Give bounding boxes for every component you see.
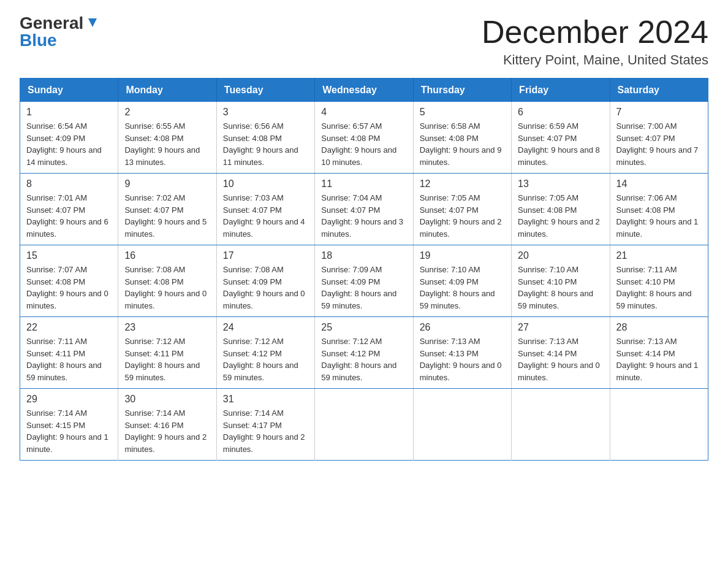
daylight-label: Daylight: 9 hours and 1 minute.	[616, 217, 699, 239]
calendar-cell: 5 Sunrise: 6:58 AM Sunset: 4:08 PM Dayli…	[413, 102, 511, 174]
sunrise-label: Sunrise: 7:14 AM	[124, 408, 185, 418]
calendar-cell: 12 Sunrise: 7:05 AM Sunset: 4:07 PM Dayl…	[413, 174, 511, 245]
sunrise-label: Sunrise: 7:13 AM	[616, 337, 677, 346]
sunrise-label: Sunrise: 6:56 AM	[223, 121, 284, 131]
day-number: 3	[223, 107, 308, 118]
title-block: December 2024 Kittery Point, Maine, Unit…	[482, 15, 708, 68]
day-number: 1	[26, 107, 112, 118]
calendar-week-row-1: 1 Sunrise: 6:54 AM Sunset: 4:09 PM Dayli…	[20, 102, 708, 174]
day-info: Sunrise: 7:03 AM Sunset: 4:07 PM Dayligh…	[223, 192, 308, 240]
calendar-header-saturday: Saturday	[610, 79, 708, 102]
calendar-cell: 26 Sunrise: 7:13 AM Sunset: 4:13 PM Dayl…	[413, 317, 511, 389]
day-info: Sunrise: 6:55 AM Sunset: 4:08 PM Dayligh…	[124, 120, 210, 168]
sunset-label: Sunset: 4:12 PM	[223, 349, 282, 358]
sunrise-label: Sunrise: 7:09 AM	[321, 265, 382, 274]
daylight-label: Daylight: 9 hours and 3 minutes.	[321, 217, 403, 239]
daylight-label: Daylight: 8 hours and 59 minutes.	[124, 361, 200, 382]
sunset-label: Sunset: 4:07 PM	[223, 205, 282, 215]
day-info: Sunrise: 7:04 AM Sunset: 4:07 PM Dayligh…	[321, 192, 406, 240]
daylight-label: Daylight: 9 hours and 11 minutes.	[223, 145, 298, 167]
day-number: 14	[616, 178, 702, 190]
sunset-label: Sunset: 4:15 PM	[26, 421, 85, 430]
sunrise-label: Sunrise: 7:06 AM	[616, 193, 677, 202]
daylight-label: Daylight: 8 hours and 59 minutes.	[420, 289, 495, 310]
sunset-label: Sunset: 4:11 PM	[26, 349, 85, 358]
day-number: 16	[124, 250, 210, 261]
day-info: Sunrise: 7:05 AM Sunset: 4:08 PM Dayligh…	[518, 192, 603, 240]
daylight-label: Daylight: 9 hours and 8 minutes.	[518, 145, 600, 167]
calendar-cell: 1 Sunrise: 6:54 AM Sunset: 4:09 PM Dayli…	[20, 102, 118, 174]
day-number: 13	[518, 178, 603, 190]
day-number: 12	[420, 178, 505, 190]
day-number: 27	[518, 322, 603, 333]
sunset-label: Sunset: 4:07 PM	[321, 205, 380, 215]
calendar-cell: 6 Sunrise: 6:59 AM Sunset: 4:07 PM Dayli…	[512, 102, 610, 174]
calendar-header-wednesday: Wednesday	[315, 79, 413, 102]
daylight-label: Daylight: 9 hours and 14 minutes.	[26, 145, 102, 167]
sunrise-label: Sunrise: 7:08 AM	[223, 265, 284, 274]
day-number: 24	[223, 322, 308, 333]
day-number: 17	[223, 250, 308, 261]
daylight-label: Daylight: 9 hours and 6 minutes.	[26, 217, 108, 239]
day-info: Sunrise: 7:00 AM Sunset: 4:07 PM Dayligh…	[616, 120, 702, 168]
sunset-label: Sunset: 4:08 PM	[420, 134, 479, 143]
day-info: Sunrise: 7:12 AM Sunset: 4:11 PM Dayligh…	[124, 335, 210, 383]
calendar-cell: 9 Sunrise: 7:02 AM Sunset: 4:07 PM Dayli…	[118, 174, 216, 245]
day-info: Sunrise: 7:11 AM Sunset: 4:11 PM Dayligh…	[26, 335, 112, 383]
calendar-header-tuesday: Tuesday	[216, 79, 314, 102]
day-info: Sunrise: 7:12 AM Sunset: 4:12 PM Dayligh…	[321, 335, 406, 383]
day-number: 20	[518, 250, 603, 261]
sunset-label: Sunset: 4:08 PM	[321, 134, 380, 143]
day-info: Sunrise: 6:54 AM Sunset: 4:09 PM Dayligh…	[26, 120, 112, 168]
sunset-label: Sunset: 4:07 PM	[124, 205, 183, 215]
daylight-label: Daylight: 8 hours and 59 minutes.	[321, 361, 396, 382]
sunset-label: Sunset: 4:08 PM	[124, 134, 183, 143]
day-info: Sunrise: 7:11 AM Sunset: 4:10 PM Dayligh…	[616, 264, 702, 312]
sunset-label: Sunset: 4:17 PM	[223, 421, 282, 430]
sunrise-label: Sunrise: 7:10 AM	[518, 265, 578, 274]
day-number: 7	[616, 107, 702, 118]
day-info: Sunrise: 7:13 AM Sunset: 4:14 PM Dayligh…	[518, 335, 603, 383]
daylight-label: Daylight: 9 hours and 0 minutes.	[420, 361, 502, 382]
sunrise-label: Sunrise: 7:14 AM	[26, 408, 87, 418]
sunset-label: Sunset: 4:14 PM	[616, 349, 675, 358]
day-info: Sunrise: 6:56 AM Sunset: 4:08 PM Dayligh…	[223, 120, 308, 168]
sunrise-label: Sunrise: 6:59 AM	[518, 121, 578, 131]
day-info: Sunrise: 7:05 AM Sunset: 4:07 PM Dayligh…	[420, 192, 505, 240]
day-info: Sunrise: 7:08 AM Sunset: 4:09 PM Dayligh…	[223, 264, 308, 312]
calendar-cell: 4 Sunrise: 6:57 AM Sunset: 4:08 PM Dayli…	[315, 102, 413, 174]
calendar-cell: 19 Sunrise: 7:10 AM Sunset: 4:09 PM Dayl…	[413, 245, 511, 317]
daylight-label: Daylight: 9 hours and 13 minutes.	[124, 145, 200, 167]
calendar-cell: 30 Sunrise: 7:14 AM Sunset: 4:16 PM Dayl…	[118, 389, 216, 461]
day-info: Sunrise: 7:13 AM Sunset: 4:14 PM Dayligh…	[616, 335, 702, 383]
calendar-header-row: SundayMondayTuesdayWednesdayThursdayFrid…	[20, 79, 708, 102]
day-number: 21	[616, 250, 702, 261]
location-subtitle: Kittery Point, Maine, United States	[482, 52, 708, 68]
calendar-cell: 8 Sunrise: 7:01 AM Sunset: 4:07 PM Dayli…	[20, 174, 118, 245]
day-number: 15	[26, 250, 112, 261]
daylight-label: Daylight: 9 hours and 2 minutes.	[420, 217, 502, 239]
sunrise-label: Sunrise: 7:12 AM	[321, 337, 382, 346]
calendar-cell: 18 Sunrise: 7:09 AM Sunset: 4:09 PM Dayl…	[315, 245, 413, 317]
day-info: Sunrise: 6:59 AM Sunset: 4:07 PM Dayligh…	[518, 120, 603, 168]
sunset-label: Sunset: 4:10 PM	[616, 277, 675, 286]
sunset-label: Sunset: 4:08 PM	[124, 277, 183, 286]
day-number: 5	[420, 107, 505, 118]
calendar-cell	[413, 389, 511, 461]
sunset-label: Sunset: 4:07 PM	[616, 134, 675, 143]
sunset-label: Sunset: 4:09 PM	[420, 277, 479, 286]
sunrise-label: Sunrise: 7:05 AM	[518, 193, 578, 202]
sunset-label: Sunset: 4:09 PM	[321, 277, 380, 286]
day-info: Sunrise: 7:14 AM Sunset: 4:16 PM Dayligh…	[124, 407, 210, 455]
day-number: 11	[321, 178, 406, 190]
sunset-label: Sunset: 4:08 PM	[26, 277, 85, 286]
daylight-label: Daylight: 9 hours and 2 minutes.	[518, 217, 600, 239]
sunrise-label: Sunrise: 7:14 AM	[223, 408, 284, 418]
day-number: 22	[26, 322, 112, 333]
day-number: 4	[321, 107, 406, 118]
day-number: 31	[223, 394, 308, 405]
calendar-cell: 27 Sunrise: 7:13 AM Sunset: 4:14 PM Dayl…	[512, 317, 610, 389]
calendar-week-row-2: 8 Sunrise: 7:01 AM Sunset: 4:07 PM Dayli…	[20, 174, 708, 245]
calendar-cell: 28 Sunrise: 7:13 AM Sunset: 4:14 PM Dayl…	[610, 317, 708, 389]
calendar-cell: 7 Sunrise: 7:00 AM Sunset: 4:07 PM Dayli…	[610, 102, 708, 174]
